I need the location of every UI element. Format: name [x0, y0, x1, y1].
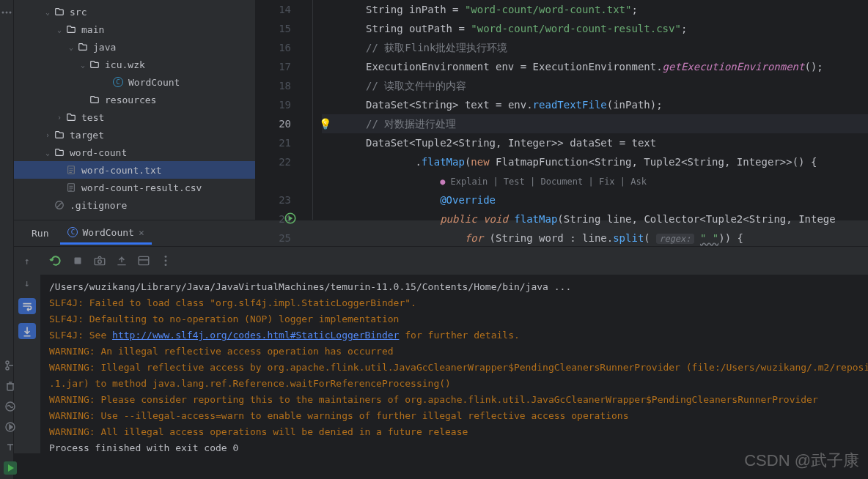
play-circle-icon[interactable] — [4, 420, 17, 434]
main-area: ⌄src⌄main⌄java⌄icu.wzkCWordCountresource… — [14, 0, 868, 479]
tree-item-wordcount[interactable]: CWordCount — [14, 73, 255, 91]
file-icon — [65, 164, 77, 176]
console-cmd: /Users/wuzikang/Library/Java/JavaVirtual… — [49, 279, 868, 295]
svg-point-17 — [165, 260, 167, 262]
gitignore-icon — [54, 199, 65, 211]
folder-icon — [89, 59, 100, 70]
tree-item-java[interactable]: ⌄java — [14, 38, 255, 56]
console-line: SLF4J: See http://www.slf4j.org/codes.ht… — [49, 327, 868, 344]
console-line: SLF4J: Defaulting to no-operation (NOP) … — [49, 311, 868, 327]
run-tab-label[interactable]: Run — [26, 228, 54, 239]
tree-label: word-count — [70, 147, 127, 158]
svg-rect-13 — [95, 259, 105, 265]
tree-item-word-count[interactable]: ⌄word-count — [14, 144, 255, 161]
tree-label: icu.wzk — [105, 59, 145, 70]
run-panel: Run C WordCount × ↑ ↓ — [14, 220, 868, 453]
code-line[interactable]: DataSet<String> text = env.readTextFile(… — [322, 95, 868, 114]
svg-point-3 — [6, 361, 9, 364]
tree-label: word-count-result.csv — [81, 182, 202, 193]
code-line[interactable]: public void flatMap(String line, Collect… — [322, 209, 868, 229]
more-icon[interactable] — [0, 6, 13, 19]
folder-icon — [54, 129, 65, 141]
console-line: WARNING: An illegal reflective access op… — [49, 344, 868, 360]
svg-point-18 — [165, 264, 167, 266]
svg-point-2 — [10, 12, 12, 14]
arrow-up-icon[interactable]: ↑ — [21, 254, 34, 267]
text-icon[interactable] — [4, 441, 17, 454]
code-line[interactable]: String inPath = "word-count/word-count.t… — [322, 0, 868, 19]
svg-point-0 — [2, 12, 4, 14]
code-line[interactable]: String outPath = "word-count/word-count-… — [322, 19, 868, 38]
tree-label: test — [81, 112, 104, 123]
tree-item--gitignore[interactable]: .gitignore — [14, 196, 255, 214]
svg-rect-15 — [139, 256, 149, 264]
vcs-icon[interactable] — [4, 359, 17, 372]
code-line[interactable]: ExecutionEnvironment env = ExecutionEnvi… — [322, 57, 868, 76]
stop-icon[interactable] — [71, 254, 84, 267]
camera-icon[interactable] — [93, 254, 106, 267]
tree-item-target[interactable]: ›target — [14, 126, 255, 144]
console-line: .1.jar) to method java.lang.ref.Referenc… — [49, 376, 868, 392]
run-tab-wordcount[interactable]: C WordCount × — [60, 223, 151, 245]
console-line: WARNING: Please consider reporting this … — [49, 392, 868, 408]
console-line: WARNING: Illegal reflective access by or… — [49, 360, 868, 376]
console-line: WARNING: All illegal access operations w… — [49, 424, 868, 440]
svg-point-14 — [98, 260, 102, 264]
tree-label: java — [93, 42, 116, 53]
svg-point-4 — [6, 367, 9, 370]
left-tool-gutter — [0, 0, 14, 479]
tree-item-resources[interactable]: resources — [14, 91, 255, 108]
tree-label: src — [70, 7, 87, 18]
arrow-down-icon[interactable]: ↓ — [21, 276, 34, 289]
file-icon — [65, 182, 77, 193]
svg-point-16 — [165, 256, 167, 258]
svg-rect-12 — [75, 258, 81, 264]
watermark: CSDN @武子康 — [744, 450, 859, 472]
run-marker-icon[interactable] — [284, 212, 297, 231]
tree-item-test[interactable]: ›test — [14, 108, 255, 126]
tree-label: .gitignore — [70, 200, 127, 211]
run-play-icon[interactable] — [4, 461, 17, 475]
soft-wrap-icon[interactable] — [18, 298, 36, 314]
console-link[interactable]: http://www.slf4j.org/codes.html#StaticLo… — [112, 330, 399, 341]
run-tab-name: WordCount — [82, 227, 133, 238]
code-editor[interactable]: 141516171819202122232425 String inPath =… — [256, 0, 868, 220]
code-line[interactable]: 💡// 对数据进行处理 — [322, 114, 868, 133]
code-line[interactable]: // 获取Flink批处理执行环境 — [322, 38, 868, 57]
trash-icon[interactable] — [4, 379, 17, 393]
close-tab-icon[interactable]: × — [139, 227, 144, 238]
layout-icon[interactable] — [137, 254, 150, 267]
project-tree[interactable]: ⌄src⌄main⌄java⌄icu.wzkCWordCountresource… — [14, 0, 256, 220]
code-line[interactable]: @Override — [322, 190, 868, 209]
console-line: SLF4J: Failed to load class "org.slf4j.i… — [49, 295, 868, 311]
code-line[interactable]: // 读取文件中的内容 — [322, 76, 868, 95]
tree-item-word-count-txt[interactable]: word-count.txt — [14, 161, 255, 179]
tree-item-word-count-result-csv[interactable]: word-count-result.csv — [14, 179, 255, 196]
code-content[interactable]: String inPath = "word-count/word-count.t… — [313, 0, 868, 220]
class-icon: C — [67, 227, 78, 237]
svg-rect-5 — [7, 384, 13, 390]
folder-icon — [65, 111, 77, 123]
wave-icon[interactable] — [4, 400, 17, 413]
code-line[interactable]: .flatMap(new FlatmapFunction<String, Tup… — [322, 152, 868, 171]
rerun-icon[interactable] — [49, 254, 62, 267]
folder-icon — [77, 41, 89, 53]
tree-item-main[interactable]: ⌄main — [14, 21, 255, 38]
folder-icon — [65, 23, 77, 35]
folder-icon — [54, 146, 65, 158]
code-line[interactable]: ● Explain | Test | Document | Fix | Ask — [322, 171, 868, 190]
tree-label: word-count.txt — [81, 165, 162, 176]
export-icon[interactable] — [115, 254, 128, 267]
lightbulb-icon[interactable]: 💡 — [319, 114, 331, 133]
console-line: WARNING: Use --illegal-access=warn to en… — [49, 408, 868, 424]
tree-label: main — [81, 24, 104, 35]
scroll-end-icon[interactable] — [18, 323, 36, 339]
tree-label: target — [70, 130, 104, 141]
tree-label: resources — [105, 94, 156, 105]
more-vert-icon[interactable] — [159, 254, 172, 267]
tree-item-icu-wzk[interactable]: ⌄icu.wzk — [14, 56, 255, 73]
code-line[interactable]: DataSet<Tuple2<String, Integer>> dataSet… — [322, 133, 868, 152]
tree-item-src[interactable]: ⌄src — [14, 3, 255, 21]
code-line[interactable]: for (String word : line.split( regex: " … — [322, 229, 868, 248]
console-output[interactable]: /Users/wuzikang/Library/Java/JavaVirtual… — [40, 275, 868, 461]
